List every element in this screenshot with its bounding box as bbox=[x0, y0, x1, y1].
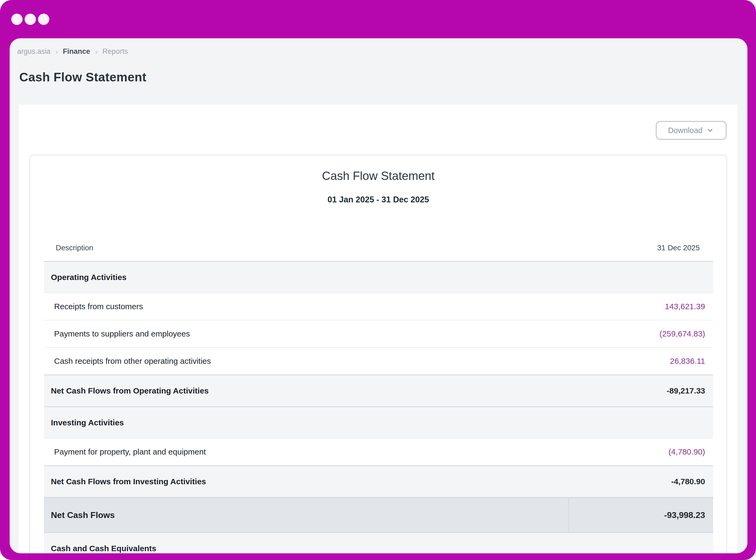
table-row: Operating Activities bbox=[44, 261, 713, 293]
row-label: Receipts from customers bbox=[44, 302, 568, 311]
table-row: Net Cash Flows-93,998.23 bbox=[44, 497, 713, 532]
row-value: -89,217.33 bbox=[568, 375, 713, 406]
row-value bbox=[568, 262, 713, 293]
row-value: -4,780.90 bbox=[568, 466, 713, 497]
browser-window-frame: argus.asia › Finance › Reports Cash Flow… bbox=[0, 0, 756, 560]
row-value: -93,998.23 bbox=[568, 498, 713, 532]
window-dot[interactable] bbox=[38, 14, 49, 25]
column-header-date: 31 Dec 2025 bbox=[657, 244, 700, 252]
table-row: Payments to suppliers and employees(259,… bbox=[44, 320, 713, 347]
row-label: Cash and Cash Equivalents bbox=[44, 544, 568, 553]
row-value bbox=[568, 533, 713, 553]
table-row: Net Cash Flows from Investing Activities… bbox=[44, 465, 713, 497]
report-card: Download Cash Flow Statement 01 Jan 2025… bbox=[19, 105, 737, 553]
row-label: Payment for property, plant and equipmen… bbox=[44, 447, 568, 456]
page-title: Cash Flow Statement bbox=[19, 70, 147, 84]
window-dot[interactable] bbox=[25, 14, 36, 25]
table-row: Net Cash Flows from Operating Activities… bbox=[44, 375, 713, 406]
row-value bbox=[568, 407, 713, 438]
row-value: 26,836.11 bbox=[568, 348, 713, 375]
row-label: Payments to suppliers and employees bbox=[44, 329, 568, 338]
window-controls bbox=[11, 14, 49, 25]
table-row: Investing Activities bbox=[44, 406, 713, 438]
row-value: (4,780.90) bbox=[568, 438, 713, 465]
breadcrumb-item-finance[interactable]: Finance bbox=[63, 47, 90, 56]
breadcrumb-item-reports[interactable]: Reports bbox=[103, 47, 128, 56]
app-window: argus.asia › Finance › Reports Cash Flow… bbox=[9, 38, 748, 553]
table-header-row: Description 31 Dec 2025 bbox=[44, 231, 713, 261]
report-period: 01 Jan 2025 - 31 Dec 2025 bbox=[30, 195, 726, 204]
download-button[interactable]: Download bbox=[656, 121, 726, 140]
statement-panel: Cash Flow Statement 01 Jan 2025 - 31 Dec… bbox=[30, 155, 727, 553]
table-row: Receipts from customers143,621.39 bbox=[44, 293, 713, 320]
column-header-description: Description bbox=[56, 244, 93, 252]
table-row: Payment for property, plant and equipmen… bbox=[44, 438, 713, 465]
breadcrumb: argus.asia › Finance › Reports bbox=[17, 47, 128, 56]
row-label: Net Cash Flows bbox=[44, 510, 568, 520]
row-label: Operating Activities bbox=[44, 273, 568, 282]
table-row: Cash and Cash Equivalents bbox=[44, 532, 713, 553]
download-button-label: Download bbox=[668, 126, 703, 135]
cash-flow-table: Description 31 Dec 2025 Operating Activi… bbox=[44, 231, 713, 553]
row-label: Cash receipts from other operating activ… bbox=[44, 357, 568, 366]
chevron-down-icon bbox=[706, 126, 714, 134]
table-body: Operating ActivitiesReceipts from custom… bbox=[44, 261, 713, 553]
window-dot[interactable] bbox=[11, 14, 22, 25]
chevron-right-icon: › bbox=[95, 48, 98, 56]
table-row: Cash receipts from other operating activ… bbox=[44, 347, 713, 375]
row-value: 143,621.39 bbox=[568, 293, 713, 320]
breadcrumb-item-argus-asia[interactable]: argus.asia bbox=[17, 47, 51, 56]
row-label: Net Cash Flows from Operating Activities bbox=[44, 386, 568, 395]
row-value: (259,674.83) bbox=[568, 320, 713, 347]
row-label: Net Cash Flows from Investing Activities bbox=[44, 477, 568, 486]
row-label: Investing Activities bbox=[44, 418, 568, 427]
report-title: Cash Flow Statement bbox=[30, 169, 726, 183]
chevron-right-icon: › bbox=[56, 48, 58, 56]
